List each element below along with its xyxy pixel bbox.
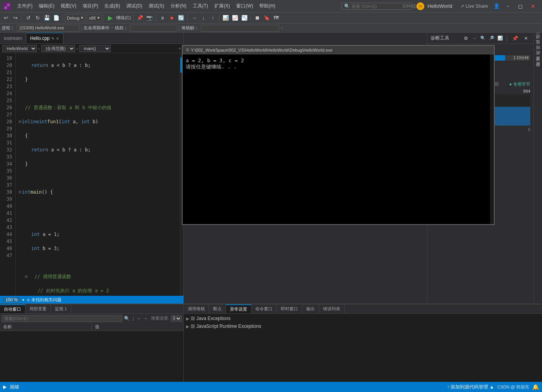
diag-pin[interactable]: 📌 xyxy=(511,34,519,43)
breakpoint-btn[interactable]: ⏹ xyxy=(253,14,262,22)
vert-tab-5[interactable]: 异常设置 xyxy=(534,62,542,67)
debug-toolbar: 进程： [15308] HelloWorld.exe 生命周期事件 ▾ 线程： … xyxy=(0,23,542,33)
debug-config-label: Debug xyxy=(67,16,79,20)
code-area[interactable]: 19 20 21 22 23 24 25 26 27 28 29 30 31 3… xyxy=(0,53,183,296)
tab-locals[interactable]: 局部变量 xyxy=(25,304,51,313)
toolbar-save-all[interactable]: 📄 xyxy=(52,14,61,22)
zoom-dropdown[interactable]: ▾ xyxy=(22,298,24,302)
debug-expand[interactable]: ▾ xyxy=(281,25,283,31)
stop-btn[interactable]: ■ xyxy=(167,14,176,22)
bottom-row: 自动窗口 局部变量 监视 1 🔍 │ ← → 搜索深度: 3 xyxy=(0,304,542,382)
mem3-btn[interactable]: 📉 xyxy=(240,14,249,22)
step-out-btn[interactable]: ↑ xyxy=(208,14,217,22)
diag-settings-btn[interactable]: ⚙ xyxy=(463,35,469,41)
live-share-button[interactable]: ↗ Live Share xyxy=(457,4,491,9)
console-line2: 请按任意键继续. . . xyxy=(186,63,491,70)
tab-breakpoints[interactable]: 断点 xyxy=(209,304,226,313)
auto-search-input[interactable] xyxy=(2,315,122,322)
menu-project[interactable]: 项目(P) xyxy=(79,2,101,10)
bc-sep2: › xyxy=(77,46,78,51)
menu-edit[interactable]: 编辑(E) xyxy=(36,2,57,10)
func-dropdown[interactable]: main() xyxy=(79,45,111,52)
toolbar-back[interactable]: ↩ xyxy=(2,14,10,22)
add-to-vcs[interactable]: ↑ 添加到源代码管理 ▲ xyxy=(447,384,494,390)
platform-dropdown[interactable]: x86 ▾ xyxy=(87,14,102,22)
diag-zoom-out[interactable]: 🔎 xyxy=(488,35,495,41)
tab-command[interactable]: 命令窗口 xyxy=(251,304,277,313)
toolbar-undo[interactable]: ↺ xyxy=(24,14,32,22)
debug-config-dropdown[interactable]: Debug ▾ xyxy=(65,14,85,22)
search-input[interactable] xyxy=(352,4,402,9)
add-watch-btn[interactable]: + xyxy=(179,46,181,51)
exc-expand-0[interactable]: ▶ xyxy=(186,316,189,321)
vert-tab-1[interactable]: 调试 xyxy=(534,40,542,45)
mem2-btn[interactable]: 📈 xyxy=(231,14,239,22)
tab-watch1[interactable]: 监视 1 xyxy=(51,304,71,313)
toolbar-redo[interactable]: ↻ xyxy=(33,14,42,22)
tab-close[interactable]: ✕ xyxy=(56,36,59,41)
scope-dropdown[interactable]: (全局范围) xyxy=(41,45,75,52)
tab-auto-window[interactable]: 自动窗口 xyxy=(0,304,25,313)
vert-tab-4[interactable]: 断点 xyxy=(534,56,542,61)
vert-tab-6[interactable]: 即时窗口 xyxy=(534,67,542,72)
search-depth-select[interactable]: 3 xyxy=(171,315,182,322)
code-content[interactable]: return a < b ? a : b; } // 普通函数：获取 a 和 b… xyxy=(16,53,179,296)
back-btn[interactable]: ← xyxy=(137,316,142,321)
screenshot-btn[interactable]: 📷 xyxy=(145,14,154,22)
mem1-btn[interactable]: 📊 xyxy=(221,14,230,22)
tb-sep2 xyxy=(63,14,63,22)
breadcrumb: HelloWorld › (全局范围) › main() + xyxy=(0,44,183,53)
nav-btn[interactable]: 🗺 xyxy=(272,14,280,22)
menu-window[interactable]: 窗口(W) xyxy=(233,2,256,10)
tab-output[interactable]: 输出 xyxy=(302,304,319,313)
menu-file[interactable]: 文件(F) xyxy=(14,2,36,10)
menu-debug[interactable]: 调试(D) xyxy=(123,2,145,10)
tab-iostream[interactable]: iostream xyxy=(0,33,26,43)
code-line-33 xyxy=(19,259,176,266)
tab-errors[interactable]: 错误列表 xyxy=(319,304,345,313)
tab-hello-cpp[interactable]: Hello.cpp ✎ ✕ xyxy=(26,33,63,43)
toolbar-save[interactable]: 💾 xyxy=(43,14,51,22)
diag-chart[interactable]: 📊 xyxy=(497,35,503,41)
console-scrollbar[interactable] xyxy=(490,54,494,224)
vert-tab-0[interactable]: 诊断工具 xyxy=(534,34,542,39)
menu-view[interactable]: 视图(V) xyxy=(57,2,79,10)
menu-build[interactable]: 生成(B) xyxy=(101,2,123,10)
tab-immediate[interactable]: 即时窗口 xyxy=(277,304,302,313)
menu-analyze[interactable]: 分析(N) xyxy=(167,2,190,10)
vert-tab-3[interactable]: 呼叫 xyxy=(534,51,542,56)
process-dropdown[interactable]: [15308] HelloWorld.exe xyxy=(17,25,79,32)
notification-icon[interactable]: 🔔 xyxy=(532,384,539,390)
diag-close[interactable]: ✕ xyxy=(522,34,530,43)
minimize-button[interactable]: － xyxy=(502,2,514,11)
menu-test[interactable]: 测试(S) xyxy=(145,2,167,10)
console-content[interactable]: a = 2, b = 3, c = 2 请按任意键继续. . . xyxy=(183,54,494,224)
project-dropdown[interactable]: HelloWorld xyxy=(2,45,37,52)
zoom-level[interactable]: 100 % xyxy=(3,297,20,302)
vert-tab-2[interactable]: 监视 xyxy=(534,45,542,50)
continue-button[interactable]: ▶ xyxy=(106,14,115,22)
step-over-btn[interactable]: → xyxy=(190,14,198,22)
restore-button[interactable]: ◻ xyxy=(515,2,526,11)
restart-btn[interactable]: 🔄 xyxy=(177,14,185,22)
toolbar-forward[interactable]: ↪ xyxy=(11,14,20,22)
pause-btn[interactable]: ⏸ xyxy=(158,14,167,22)
cond-bp-btn[interactable]: 🔖 xyxy=(262,14,271,22)
menu-help[interactable]: 帮助(H) xyxy=(256,2,278,10)
step-into-btn[interactable]: ↓ xyxy=(199,14,208,22)
forward-btn[interactable]: → xyxy=(143,316,148,321)
tab-callstack[interactable]: 调用堆栈 xyxy=(184,304,209,313)
user-icon[interactable]: 👤 xyxy=(491,3,502,9)
diag-zoom-in[interactable]: 🔍 xyxy=(480,35,486,41)
diag-arrow-btn[interactable]: → xyxy=(471,35,477,41)
stack-dropdown[interactable] xyxy=(201,25,279,32)
menu-extensions[interactable]: 扩展(X) xyxy=(211,2,233,10)
menu-tools[interactable]: 工具(T) xyxy=(190,2,211,10)
diag-title: 诊断工具 xyxy=(431,35,460,41)
tab-exceptions[interactable]: 异常设置 xyxy=(226,304,251,313)
search-icon[interactable]: 🔍 xyxy=(124,316,130,321)
exc-expand-1[interactable]: ▶ xyxy=(186,324,189,329)
attach-process[interactable]: 📌 xyxy=(136,14,144,22)
thread-dropdown[interactable] xyxy=(130,25,177,32)
close-button[interactable]: ✕ xyxy=(527,2,539,11)
